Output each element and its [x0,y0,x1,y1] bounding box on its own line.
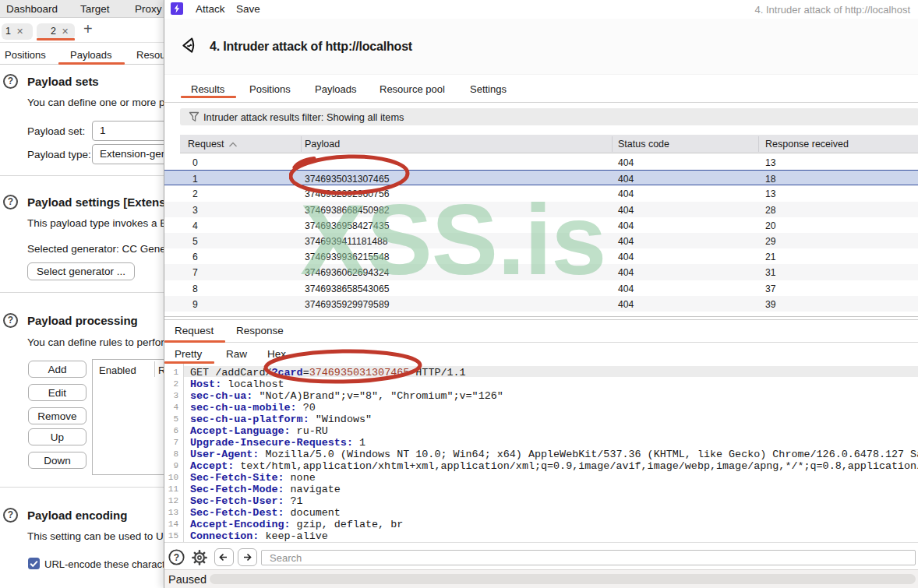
svg-text:?: ? [174,552,179,563]
